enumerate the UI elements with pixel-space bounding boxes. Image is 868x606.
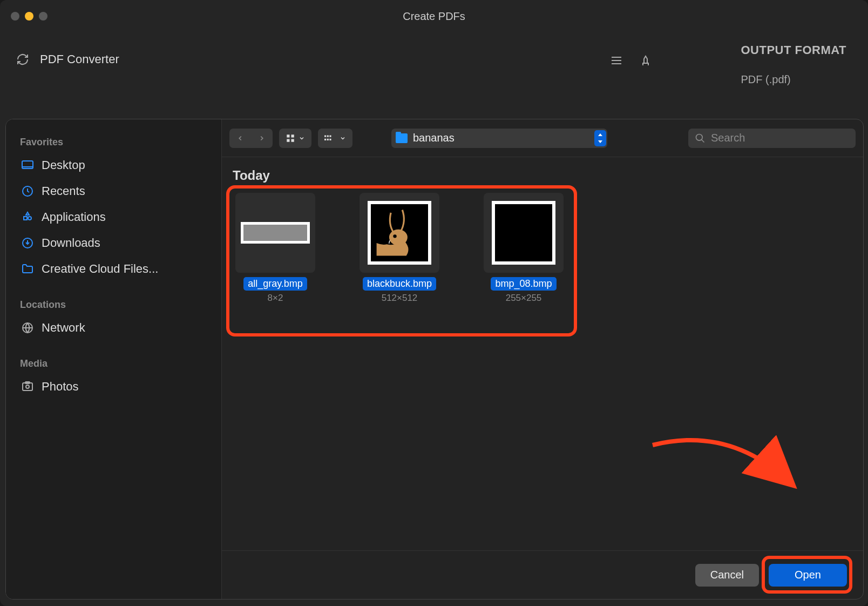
list-icon[interactable] [610,54,623,69]
file-name: all_gray.bmp [243,277,307,291]
file-section-header: Today [229,168,856,183]
svg-line-22 [702,139,704,142]
window-title: Create PDFs [0,10,868,23]
file-size: 8×2 [268,293,283,304]
sidebar-item-downloads[interactable]: Downloads [10,230,217,256]
folder-icon [20,261,35,277]
app-window: Create PDFs PDF Converter OUTPUT FORMAT … [0,0,868,606]
sidebar-item-label: Network [42,321,85,335]
sidebar-item-network[interactable]: Network [10,315,217,341]
sidebar-item-recents[interactable]: Recents [10,178,217,204]
sidebar-item-label: Recents [42,184,85,198]
sidebar-section-locations: Locations [10,293,217,315]
svg-rect-12 [291,134,294,137]
file-name: bmp_08.bmp [491,277,556,291]
traffic-lights [11,12,48,21]
folder-name: bananas [413,132,455,144]
cancel-button[interactable]: Cancel [695,564,759,587]
brush-icon[interactable] [639,54,652,69]
apps-icon [20,210,35,225]
file-dialog: Favorites Desktop Recents Applications [5,119,864,600]
updown-icon [594,130,606,146]
svg-rect-13 [287,139,289,142]
sidebar-section-media: Media [10,352,217,374]
file-area: Today all_gray.bmp 8×2 [222,157,863,550]
search-placeholder: Search [711,132,745,144]
app-name: PDF Converter [40,52,119,66]
file-thumbnail [484,193,564,273]
svg-rect-15 [324,135,326,137]
file-size: 255×255 [506,293,542,304]
file-thumbnail [360,193,439,273]
output-panel: OUTPUT FORMAT PDF (.pdf) [741,43,846,86]
photos-icon [20,379,35,394]
app-header: PDF Converter [0,32,868,86]
folder-icon [396,133,408,143]
output-value: PDF (.pdf) [741,73,846,86]
downloads-icon [20,235,35,251]
sidebar-item-creative-cloud[interactable]: Creative Cloud Files... [10,256,217,282]
file-name: blackbuck.bmp [363,277,436,291]
sidebar: Favorites Desktop Recents Applications [6,119,222,599]
file-item[interactable]: all_gray.bmp 8×2 [235,193,316,304]
maximize-window-button[interactable] [39,12,48,21]
file-item[interactable]: blackbuck.bmp 512×512 [359,193,440,304]
group-button[interactable] [318,129,352,148]
svg-rect-16 [327,135,329,137]
desktop-icon [20,158,35,173]
sidebar-item-label: Creative Cloud Files... [42,262,158,276]
svg-rect-8 [23,383,32,390]
file-item[interactable]: bmp_08.bmp 255×255 [483,193,564,304]
dialog-main: bananas Search Today [222,119,863,599]
minimize-window-button[interactable] [25,12,33,21]
network-icon [20,320,35,335]
svg-point-25 [393,234,396,238]
sidebar-item-photos[interactable]: Photos [10,374,217,400]
clock-icon [20,184,35,199]
dialog-toolbar: bananas Search [222,119,863,157]
search-icon [695,133,706,144]
file-grid: all_gray.bmp 8×2 [229,186,856,310]
folder-selector[interactable]: bananas [391,129,607,148]
nav-back-button[interactable] [229,129,251,148]
sidebar-section-favorites: Favorites [10,130,217,152]
file-size: 512×512 [382,293,418,304]
sidebar-item-label: Photos [42,380,79,394]
svg-rect-17 [329,135,331,137]
close-window-button[interactable] [11,12,19,21]
nav-forward-button[interactable] [251,129,273,148]
svg-rect-11 [287,134,289,137]
open-button[interactable]: Open [769,564,847,587]
dialog-footer: Cancel Open [222,550,863,599]
svg-point-21 [696,134,703,140]
svg-rect-14 [291,139,294,142]
nav-arrows [229,129,273,148]
view-grid-button[interactable] [279,129,311,148]
svg-rect-20 [329,138,331,140]
sidebar-item-label: Downloads [42,236,100,250]
sidebar-item-label: Applications [42,210,106,224]
chevron-down-icon [340,135,346,142]
sidebar-item-desktop[interactable]: Desktop [10,152,217,178]
chevron-down-icon [299,135,305,142]
search-input[interactable]: Search [688,129,856,148]
titlebar: Create PDFs [0,0,868,32]
svg-point-9 [26,385,29,388]
refresh-icon[interactable] [16,53,29,66]
header-tool-icons [610,54,652,69]
file-thumbnail [235,193,315,273]
sidebar-item-applications[interactable]: Applications [10,204,217,230]
sidebar-item-label: Desktop [42,158,85,172]
output-header: OUTPUT FORMAT [741,43,846,57]
annotation-arrow [642,432,804,496]
svg-rect-18 [324,138,326,140]
svg-rect-19 [327,138,329,140]
